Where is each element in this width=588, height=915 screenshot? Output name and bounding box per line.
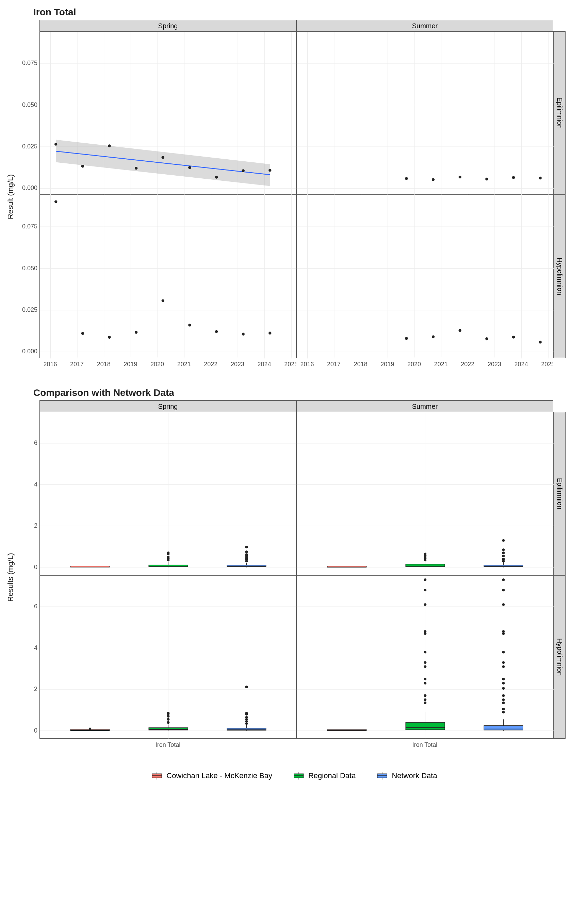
- outlier-point: [502, 702, 505, 704]
- outlier-point: [502, 678, 505, 681]
- y-tick-label: 0.075: [22, 223, 37, 230]
- chart1-panel: [296, 195, 553, 358]
- x-tick-label: 2016: [300, 361, 314, 368]
- legend-key-icon: [151, 771, 163, 780]
- iron-total-chart: Iron Total Result (mg/L) SpringSummer0.0…: [7, 7, 581, 374]
- outlier-point: [502, 589, 505, 592]
- y-tick-label: 6: [34, 603, 37, 609]
- data-point: [459, 329, 461, 332]
- outlier-point: [424, 698, 427, 701]
- data-point: [81, 165, 84, 168]
- chart1-facet-grid: SpringSummer0.0000.0250.0500.075Epilimni…: [19, 20, 565, 358]
- outlier-point: [502, 698, 505, 701]
- y-tick-label: 4: [34, 481, 37, 488]
- outlier-point: [502, 711, 505, 713]
- chart2-panel: [296, 412, 553, 575]
- outlier-point: [167, 718, 170, 721]
- data-point: [108, 336, 111, 339]
- y-tick-label: 2: [34, 685, 37, 692]
- data-point: [485, 337, 488, 340]
- chart2-facet-grid: SpringSummer0246Epilimnion0246Hypolimnio…: [19, 400, 565, 739]
- outlier-point: [89, 727, 92, 730]
- x-tick-label: 2024: [258, 361, 271, 368]
- x-tick-label: 2020: [150, 361, 164, 368]
- outlier-point: [167, 551, 170, 554]
- outlier-point: [246, 685, 248, 688]
- x-tick-label: 2022: [461, 361, 474, 368]
- outlier-point: [424, 630, 427, 633]
- outlier-point: [424, 553, 427, 555]
- legend-label: Regional Data: [308, 771, 355, 780]
- outlier-point: [424, 661, 427, 664]
- x-tick-label: 2017: [70, 361, 84, 368]
- facet-row-strip: Epilimnion: [553, 412, 565, 575]
- x-tick-label: 2018: [97, 361, 111, 368]
- data-point: [459, 176, 461, 178]
- x-tick-label: 2019: [380, 361, 394, 368]
- y-tick-label: 2: [34, 522, 37, 529]
- data-point: [268, 331, 271, 334]
- y-tick-label: 0: [34, 564, 37, 571]
- outlier-point: [424, 682, 427, 685]
- data-point: [188, 166, 191, 169]
- x-tick-label: 2020: [407, 361, 421, 368]
- box: [484, 726, 523, 730]
- data-point: [512, 176, 515, 179]
- y-axis-label-1: Result (mg/L): [7, 174, 15, 219]
- data-point: [432, 335, 435, 338]
- outlier-point: [246, 716, 248, 719]
- y-tick-label: 0.000: [22, 184, 37, 191]
- legend-key-icon: [376, 771, 388, 780]
- data-point: [162, 156, 164, 158]
- facet-col-strip: Spring: [39, 400, 296, 412]
- x-tick-label: 2017: [327, 361, 341, 368]
- box: [405, 722, 445, 729]
- facet-col-strip: Summer: [296, 400, 553, 412]
- outlier-point: [502, 687, 505, 690]
- facet-col-strip: Summer: [296, 20, 553, 32]
- outlier-point: [502, 651, 505, 653]
- data-point: [512, 336, 515, 338]
- y-tick-label: 6: [34, 440, 37, 446]
- outlier-point: [424, 678, 427, 681]
- y-tick-label: 0.050: [22, 265, 37, 272]
- x-tick-label: 2021: [434, 361, 448, 368]
- outlier-point: [246, 546, 248, 548]
- data-point: [55, 142, 57, 145]
- facet-row-strip: Hypolimnion: [553, 575, 565, 739]
- x-tick-label: 2024: [515, 361, 528, 368]
- outlier-point: [424, 578, 427, 581]
- legend-label: Cowichan Lake - McKenzie Bay: [166, 771, 272, 780]
- legend-item: Regional Data: [292, 771, 355, 780]
- data-point: [135, 167, 137, 170]
- x-tick-label: 2019: [124, 361, 137, 368]
- outlier-point: [167, 715, 170, 718]
- chart1-panel: [296, 31, 553, 195]
- x-tick-label: 2022: [204, 361, 217, 368]
- data-point: [188, 324, 191, 327]
- outlier-point: [502, 539, 505, 542]
- legend-key-icon: [292, 771, 305, 780]
- data-point: [242, 333, 245, 335]
- facet-row-strip: Epilimnion: [553, 31, 565, 195]
- y-tick-label: 0.025: [22, 143, 37, 150]
- outlier-point: [502, 694, 505, 697]
- data-point: [268, 169, 271, 171]
- outlier-point: [502, 603, 505, 606]
- chart2-panel: [39, 575, 296, 739]
- y-tick-label: 0.050: [22, 102, 37, 108]
- data-point: [215, 330, 218, 333]
- legend-label: Network Data: [392, 771, 437, 780]
- data-point: [55, 200, 57, 203]
- outlier-point: [502, 666, 505, 668]
- outlier-point: [502, 661, 505, 664]
- outlier-point: [167, 721, 170, 724]
- outlier-point: [167, 712, 170, 715]
- chart2-panel: [296, 575, 553, 739]
- outlier-point: [246, 712, 248, 715]
- outlier-point: [502, 548, 505, 551]
- data-point: [539, 341, 541, 343]
- outlier-point: [424, 651, 427, 653]
- outlier-point: [424, 702, 427, 704]
- y-tick-label: 0.075: [22, 60, 37, 66]
